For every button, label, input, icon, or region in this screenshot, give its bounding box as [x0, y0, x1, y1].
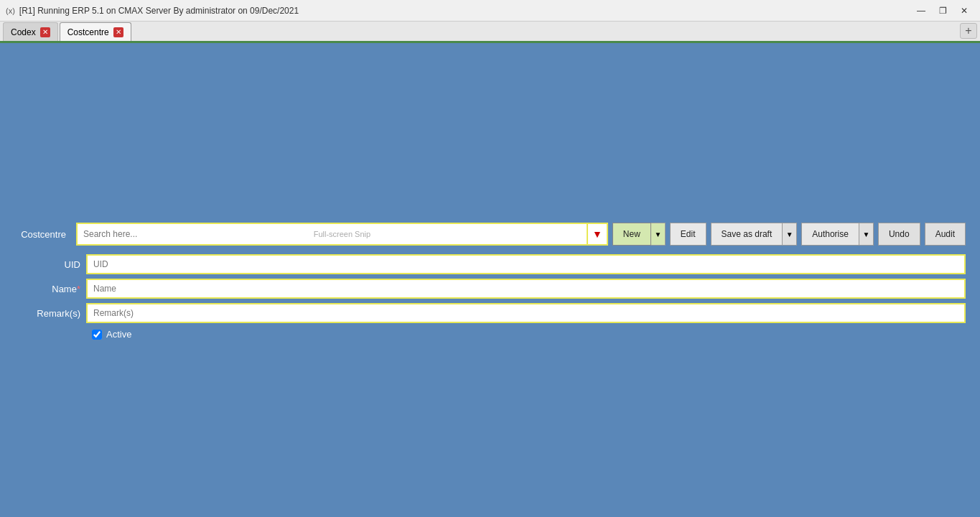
uid-input[interactable] — [86, 254, 966, 274]
tab-codex-close[interactable]: ✕ — [40, 27, 50, 37]
name-row: Name* — [14, 279, 966, 299]
tab-bar: Codex ✕ Costcentre ✕ + — [0, 22, 980, 43]
name-label: Name* — [14, 284, 86, 294]
costcentre-toolbar-label: Costcentre — [14, 229, 72, 240]
app-icon: (x) — [6, 6, 15, 15]
toolbar-row: Costcentre Full-screen Snip ▼ New ▼ Edit… — [14, 223, 966, 246]
close-button[interactable]: ✕ — [954, 3, 974, 19]
remarks-label: Remark(s) — [14, 308, 86, 319]
authorise-dropdown-button[interactable]: ▼ — [859, 223, 874, 246]
authorise-button-group: Authorise ▼ — [801, 223, 874, 246]
form-fields: UID Name* Remark(s) — [14, 254, 966, 323]
tab-codex[interactable]: Codex ✕ — [3, 22, 58, 41]
save-as-draft-group: Save as draft ▼ — [711, 223, 798, 246]
new-button[interactable]: New — [612, 223, 651, 246]
undo-button[interactable]: Undo — [878, 223, 920, 246]
title-bar: (x) [R1] Running ERP 5.1 on CMAX Server … — [0, 0, 980, 22]
audit-button[interactable]: Audit — [925, 223, 966, 246]
search-input[interactable] — [76, 223, 588, 246]
authorise-button[interactable]: Authorise — [801, 223, 859, 246]
new-dropdown-button[interactable]: ▼ — [651, 223, 666, 246]
tab-costcentre-close[interactable]: ✕ — [113, 27, 123, 37]
main-content: Costcentre Full-screen Snip ▼ New ▼ Edit… — [0, 43, 980, 517]
search-dropdown-button[interactable]: ▼ — [588, 223, 608, 246]
tab-add-button[interactable]: + — [960, 23, 977, 39]
active-row: Active — [92, 329, 966, 340]
remarks-input[interactable] — [86, 303, 966, 323]
edit-button[interactable]: Edit — [670, 223, 706, 246]
search-container: Full-screen Snip ▼ — [76, 223, 608, 246]
name-input[interactable] — [86, 279, 966, 299]
tab-costcentre-label: Costcentre — [67, 27, 109, 37]
remarks-row: Remark(s) — [14, 303, 966, 323]
form-panel: Costcentre Full-screen Snip ▼ New ▼ Edit… — [0, 223, 980, 340]
tab-codex-label: Codex — [11, 27, 36, 37]
tab-costcentre[interactable]: Costcentre ✕ — [60, 22, 131, 41]
uid-label: UID — [14, 259, 86, 270]
new-button-group: New ▼ — [612, 223, 666, 246]
maximize-button[interactable]: ❐ — [933, 3, 953, 19]
minimize-button[interactable]: — — [911, 3, 931, 19]
active-label[interactable]: Active — [106, 329, 131, 340]
title-text: [R1] Running ERP 5.1 on CMAX Server By a… — [19, 6, 299, 16]
active-checkbox[interactable] — [92, 330, 102, 340]
save-as-draft-button[interactable]: Save as draft — [711, 223, 783, 246]
uid-row: UID — [14, 254, 966, 274]
window-controls: — ❐ ✕ — [911, 3, 974, 19]
save-as-draft-dropdown[interactable]: ▼ — [783, 223, 797, 246]
